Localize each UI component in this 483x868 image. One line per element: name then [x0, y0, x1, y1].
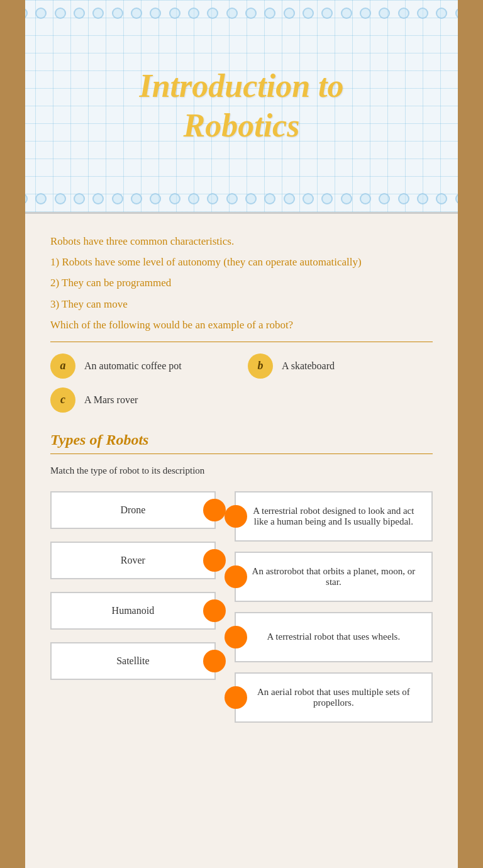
label-humanoid-text: Humanoid: [64, 605, 202, 616]
characteristic-1: 1) Robots have some level of autonomy (t…: [50, 253, 433, 270]
dots-top: [0, 8, 483, 19]
option-a-text: An automatic coffee pot: [84, 360, 182, 372]
header-dot: [360, 193, 371, 204]
header-dot: [35, 8, 47, 19]
header-dot: [264, 193, 275, 204]
option-c[interactable]: c A Mars rover: [50, 387, 235, 413]
title-line2: Robotics: [184, 108, 300, 143]
label-drone-text: Drone: [64, 504, 202, 516]
header-dot: [303, 8, 314, 19]
header-dot: [398, 193, 409, 204]
connector-desc-humanoid[interactable]: [225, 505, 247, 528]
divider-2: [50, 453, 433, 454]
header-dot: [226, 8, 238, 19]
desc-satellite[interactable]: An astrorobot that orbits a planet, moon…: [235, 552, 433, 602]
option-b-badge[interactable]: b: [248, 353, 273, 379]
characteristics-title: Robots have three common characteristics…: [50, 233, 433, 250]
question-text: Which of the following would be an examp…: [50, 319, 433, 331]
header-dot: [284, 193, 295, 204]
connector-desc-satellite[interactable]: [225, 565, 247, 588]
cardboard-left: [0, 0, 25, 868]
label-satellite[interactable]: Satellite: [50, 642, 216, 680]
header-dot: [112, 8, 123, 19]
option-b[interactable]: b A skateboard: [248, 353, 433, 379]
header-dot: [74, 193, 85, 204]
option-c-text: A Mars rover: [84, 394, 138, 406]
header-dot: [150, 193, 161, 204]
divider-1: [50, 342, 433, 342]
connector-satellite[interactable]: [203, 650, 226, 672]
header-dot: [245, 8, 257, 19]
connector-humanoid[interactable]: [203, 599, 226, 622]
header-dot: [150, 8, 161, 19]
option-b-text: A skateboard: [282, 360, 335, 372]
desc-drone-text: An aerial robot that uses multiple sets …: [246, 687, 421, 708]
desc-drone[interactable]: An aerial robot that uses multiple sets …: [235, 672, 433, 723]
connector-drone[interactable]: [203, 499, 226, 521]
matching-descriptions: A terrestrial robot designed to look and…: [235, 491, 433, 723]
label-satellite-text: Satellite: [64, 655, 202, 667]
header-dot: [321, 8, 333, 19]
desc-humanoid-text: A terrestrial robot designed to look and…: [246, 506, 421, 527]
header-dot: [92, 193, 104, 204]
header-dot: [188, 8, 199, 19]
option-a[interactable]: a An automatic coffee pot: [50, 353, 235, 379]
header-dot: [264, 8, 275, 19]
header-dot: [112, 193, 123, 204]
label-humanoid[interactable]: Humanoid: [50, 592, 216, 630]
header-dot: [341, 193, 352, 204]
desc-rover-text: A terrestrial robot that uses wheels.: [267, 632, 401, 642]
header-dot: [131, 8, 142, 19]
desc-rover[interactable]: A terrestrial robot that uses wheels.: [235, 612, 433, 662]
header-dot: [284, 8, 295, 19]
header-dot: [131, 193, 142, 204]
header-dot: [321, 193, 333, 204]
header-dot: [55, 8, 66, 19]
header-dot: [417, 193, 428, 204]
header-area: Introduction to Robotics: [0, 0, 483, 214]
label-rover-text: Rover: [64, 555, 202, 566]
connector-rover[interactable]: [203, 549, 226, 572]
options-grid: a An automatic coffee pot b A skateboard…: [50, 353, 433, 413]
header-dot: [169, 8, 180, 19]
connector-desc-rover[interactable]: [225, 626, 247, 648]
header-dot: [341, 8, 352, 19]
label-drone[interactable]: Drone: [50, 491, 216, 529]
header-dot: [436, 193, 447, 204]
header-dot: [92, 8, 104, 19]
intro-section: Robots have three common characteristics…: [50, 233, 433, 313]
header-dot: [398, 8, 409, 19]
main-content: Robots have three common characteristics…: [25, 214, 458, 868]
desc-satellite-text: An astrorobot that orbits a planet, moon…: [246, 566, 421, 587]
option-a-badge[interactable]: a: [50, 353, 75, 379]
header-dot: [226, 193, 238, 204]
connector-desc-drone[interactable]: [225, 686, 247, 709]
header-dot: [245, 193, 257, 204]
header-dot: [436, 8, 447, 19]
page-title: Introduction to Robotics: [101, 67, 381, 145]
header-dot: [169, 193, 180, 204]
cardboard-right: [458, 0, 483, 868]
header-dot: [74, 8, 85, 19]
header-dot: [379, 8, 390, 19]
header-dot: [207, 8, 218, 19]
characteristic-3: 3) They can move: [50, 296, 433, 313]
header-dot: [55, 193, 66, 204]
header-dot: [207, 193, 218, 204]
header-dot: [303, 193, 314, 204]
title-line1: Introduction to: [139, 68, 343, 104]
matching-labels: Drone Rover Humanoid Satellite: [50, 491, 216, 723]
header-dot: [379, 193, 390, 204]
types-section-title: Types of Robots: [50, 431, 433, 448]
header-dot: [360, 8, 371, 19]
characteristic-2: 2) They can be programmed: [50, 274, 433, 291]
section-subtitle: Match the type of robot to its descripti…: [50, 465, 433, 476]
desc-humanoid[interactable]: A terrestrial robot designed to look and…: [235, 491, 433, 542]
dots-bottom: [0, 193, 483, 204]
option-c-badge[interactable]: c: [50, 387, 75, 413]
header-dot: [188, 193, 199, 204]
header-dot: [35, 193, 47, 204]
header-dot: [417, 8, 428, 19]
label-rover[interactable]: Rover: [50, 542, 216, 579]
matching-area: Drone Rover Humanoid Satellite A terrest…: [50, 491, 433, 723]
